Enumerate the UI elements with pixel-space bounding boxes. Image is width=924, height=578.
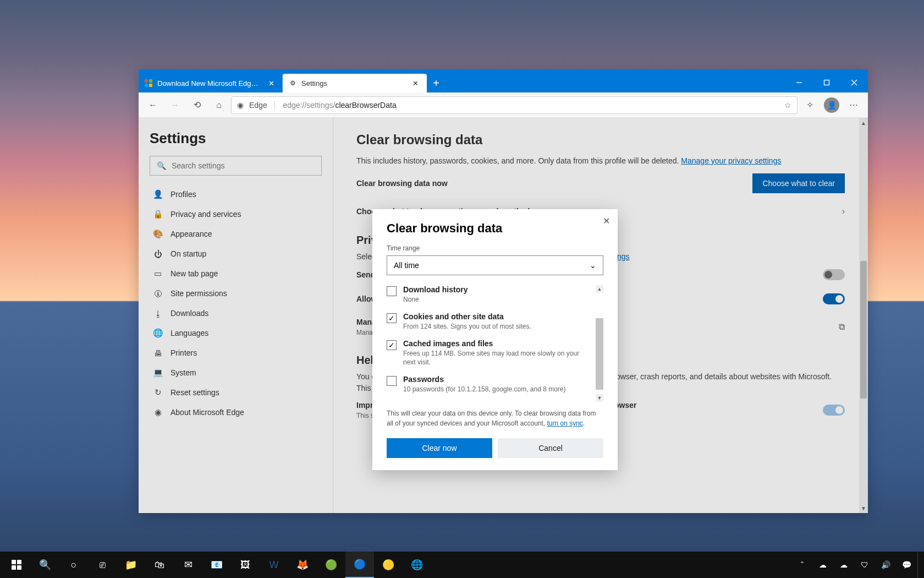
outlook-icon[interactable]: 📧 [202, 552, 231, 578]
edge-icon: ◉ [237, 101, 244, 110]
tab-label: Settings [301, 79, 406, 88]
data-type-subtitle: 10 passwords (for 10.1.2.158, google.com… [403, 385, 566, 394]
checkbox[interactable] [387, 340, 397, 350]
data-type-item: Cached images and filesFrees up 114 MB. … [387, 339, 593, 368]
dialog-title: Clear browsing data [387, 221, 603, 236]
data-type-item: Cookies and other site dataFrom 124 site… [387, 312, 593, 331]
photos-icon[interactable]: 🖼 [231, 552, 260, 578]
data-type-item: Download historyNone [387, 285, 593, 304]
time-range-select[interactable]: All time ⌄ [387, 255, 603, 275]
address-url: edge://settings/clearBrowserData [283, 101, 396, 110]
turn-on-sync-link[interactable]: turn on sync [547, 419, 582, 427]
data-type-subtitle: Frees up 114 MB. Some sites may load mor… [403, 349, 593, 368]
address-bar[interactable]: ◉ Edge │ edge://settings/clearBrowserDat… [231, 96, 798, 114]
clear-browsing-data-dialog: ✕ Clear browsing data Time range All tim… [372, 209, 618, 470]
more-menu-button[interactable]: ⋯ [844, 95, 864, 115]
forward-button[interactable]: → [165, 95, 185, 115]
svg-rect-4 [12, 560, 16, 564]
window-controls [785, 73, 868, 92]
refresh-button[interactable]: ⟲ [187, 95, 207, 115]
scroll-down-icon[interactable]: ▼ [596, 394, 603, 402]
data-type-title: Download history [403, 285, 468, 294]
tab-settings[interactable]: ⚙ Settings ✕ [283, 74, 427, 92]
firefox-icon[interactable]: 🦊 [288, 552, 317, 578]
action-center-icon[interactable]: 💬 [897, 552, 916, 578]
dialog-note: This will clear your data on this device… [387, 408, 603, 428]
data-type-title: Cached images and files [403, 339, 593, 348]
favorite-star-icon[interactable]: ☆ [784, 101, 791, 110]
separator: │ [273, 101, 278, 110]
security-icon[interactable]: 🛡 [855, 552, 875, 578]
back-button[interactable]: ← [143, 95, 163, 115]
chrome-icon[interactable]: 🟢 [317, 552, 345, 578]
onedrive-icon-2[interactable]: ☁ [834, 552, 854, 578]
checkbox[interactable] [387, 376, 397, 386]
microsoft-logo-icon [144, 79, 153, 88]
clear-now-button[interactable]: Clear now [387, 438, 492, 458]
taskbar: 🔍 ○ ⎚ 📁 🛍 ✉ 📧 🖼 W 🦊 🟢 🔵 🟡 🌐 ˄ ☁ ☁ 🛡 🔊 💬 [0, 552, 924, 578]
checkbox[interactable] [387, 313, 397, 323]
mail-icon[interactable]: ✉ [174, 552, 202, 578]
data-types-list: Download historyNoneCookies and other si… [387, 285, 603, 402]
show-desktop-button[interactable] [917, 552, 922, 578]
window-close-button[interactable] [840, 73, 868, 92]
data-type-title: Cookies and other site data [403, 312, 531, 321]
volume-icon[interactable]: 🔊 [876, 552, 895, 578]
tab-strip: Download New Microsoft Edge B ✕ ⚙ Settin… [139, 69, 868, 92]
svg-rect-6 [12, 565, 16, 570]
content-area: Settings 🔍 Search settings 👤Profiles🔒Pri… [139, 118, 868, 513]
svg-rect-5 [17, 560, 21, 564]
time-range-label: Time range [387, 244, 603, 252]
window-minimize-button[interactable] [785, 73, 813, 92]
favorites-bar-icon[interactable]: ✧ [800, 95, 820, 115]
tab-close-icon[interactable]: ✕ [266, 79, 277, 88]
dialog-buttons: Clear now Cancel [387, 438, 603, 458]
edge-canary-icon[interactable]: 🟡 [374, 552, 403, 578]
onedrive-icon[interactable]: ☁ [813, 552, 833, 578]
home-button[interactable]: ⌂ [209, 95, 229, 115]
word-icon[interactable]: W [260, 552, 288, 578]
data-type-item: Passwords10 passwords (for 10.1.2.158, g… [387, 375, 593, 394]
tray-expand-icon[interactable]: ˄ [792, 552, 812, 578]
tab-download-edge[interactable]: Download New Microsoft Edge B ✕ [139, 74, 283, 92]
task-view-icon[interactable]: ⎚ [88, 552, 117, 578]
dialog-close-button[interactable]: ✕ [603, 216, 610, 226]
edge-icon[interactable]: 🌐 [403, 552, 431, 578]
scroll-thumb[interactable] [596, 318, 603, 390]
gear-icon: ⚙ [288, 79, 297, 88]
window-maximize-button[interactable] [813, 73, 840, 92]
new-tab-button[interactable]: + [427, 74, 446, 92]
file-explorer-icon[interactable]: 📁 [117, 552, 145, 578]
system-tray: ˄ ☁ ☁ 🛡 🔊 💬 [792, 552, 922, 578]
edge-beta-icon[interactable]: 🔵 [345, 552, 374, 578]
time-range-value: All time [394, 261, 419, 270]
cancel-button[interactable]: Cancel [498, 438, 603, 458]
tab-close-icon[interactable]: ✕ [410, 79, 421, 88]
microsoft-store-icon[interactable]: 🛍 [145, 552, 174, 578]
chevron-down-icon: ⌄ [590, 261, 596, 270]
data-type-title: Passwords [403, 375, 566, 384]
profile-avatar[interactable]: 👤 [822, 95, 842, 115]
svg-rect-7 [17, 565, 21, 570]
toolbar: ← → ⟲ ⌂ ◉ Edge │ edge://settings/clearBr… [139, 92, 868, 118]
data-type-subtitle: None [403, 295, 468, 304]
svg-rect-1 [824, 80, 829, 85]
list-scrollbar[interactable]: ▲ ▼ [596, 285, 603, 402]
scroll-up-icon[interactable]: ▲ [596, 285, 603, 293]
browser-window: Download New Microsoft Edge B ✕ ⚙ Settin… [139, 69, 868, 513]
data-type-subtitle: From 124 sites. Signs you out of most si… [403, 322, 531, 331]
start-button[interactable] [2, 552, 31, 578]
search-icon[interactable]: 🔍 [31, 552, 59, 578]
cortana-icon[interactable]: ○ [59, 552, 88, 578]
address-engine: Edge [249, 101, 267, 110]
checkbox[interactable] [387, 286, 397, 296]
tab-label: Download New Microsoft Edge B [157, 79, 262, 88]
